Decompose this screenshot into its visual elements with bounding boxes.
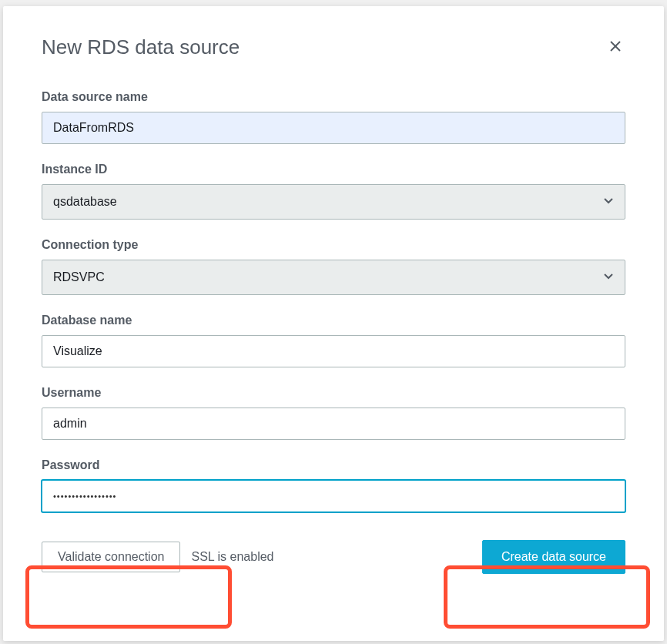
modal-header: New RDS data source	[42, 35, 625, 59]
instance-id-label: Instance ID	[42, 163, 625, 176]
footer-left: Validate connection SSL is enabled	[42, 542, 274, 572]
data-source-name-label: Data source name	[42, 90, 625, 104]
close-button[interactable]	[605, 36, 625, 59]
connection-type-group: Connection type RDSVPC	[42, 238, 625, 295]
password-label: Password	[42, 458, 625, 472]
instance-id-select[interactable]: qsdatabase	[42, 184, 625, 220]
ssl-status-text: SSL is enabled	[191, 550, 273, 564]
database-name-input[interactable]	[42, 335, 625, 367]
username-label: Username	[42, 386, 625, 400]
database-name-group: Database name	[42, 314, 625, 367]
modal-footer: Validate connection SSL is enabled Creat…	[42, 540, 625, 574]
connection-type-value: RDSVPC	[53, 270, 105, 284]
validate-connection-button[interactable]: Validate connection	[42, 542, 180, 572]
data-source-name-input[interactable]	[42, 112, 625, 144]
username-group: Username	[42, 386, 625, 440]
password-input[interactable]	[42, 480, 625, 512]
data-source-name-group: Data source name	[42, 90, 625, 144]
instance-id-group: Instance ID qsdatabase	[42, 163, 625, 220]
username-input[interactable]	[42, 408, 625, 440]
new-rds-data-source-modal: New RDS data source Data source name Ins…	[3, 6, 664, 641]
password-group: Password	[42, 458, 625, 512]
connection-type-select[interactable]: RDSVPC	[42, 260, 625, 295]
modal-title: New RDS data source	[42, 35, 240, 59]
chevron-down-icon	[603, 270, 614, 284]
connection-type-label: Connection type	[42, 238, 625, 252]
instance-id-value: qsdatabase	[53, 195, 117, 209]
chevron-down-icon	[603, 195, 614, 209]
create-data-source-button[interactable]: Create data source	[482, 540, 625, 574]
database-name-label: Database name	[42, 314, 625, 327]
close-icon	[608, 39, 622, 55]
